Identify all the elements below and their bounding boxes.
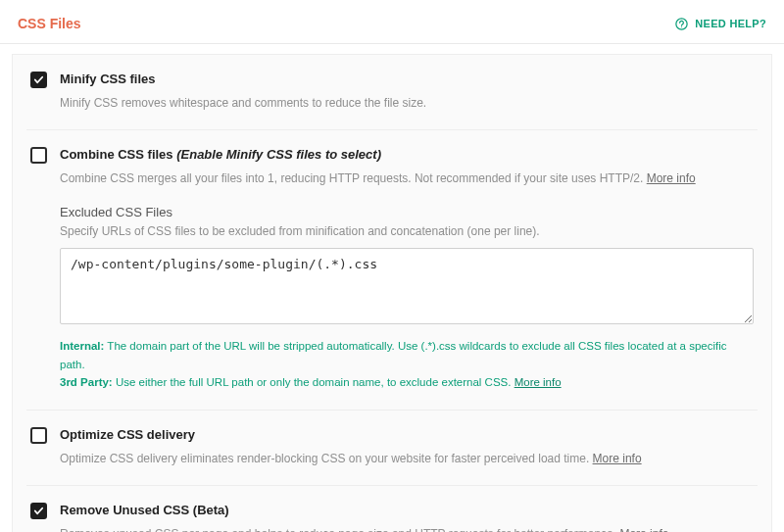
combine-more-info-link[interactable]: More info [647, 171, 696, 185]
note-internal-label: Internal: [60, 340, 104, 352]
excluded-css-label: Excluded CSS Files [60, 205, 754, 219]
option-combine-css: Combine CSS files (Enable Minify CSS fil… [26, 130, 758, 410]
excluded-css-textarea[interactable] [60, 248, 754, 324]
option-optimize-css: Optimize CSS delivery Optimize CSS deliv… [26, 411, 758, 486]
combine-css-label-text: Combine CSS files [60, 147, 176, 162]
check-icon [33, 74, 44, 85]
combine-css-label: Combine CSS files (Enable Minify CSS fil… [60, 146, 754, 164]
combine-css-desc: Combine CSS merges all your files into 1… [60, 169, 754, 187]
option-minify-css: Minify CSS files Minify CSS removes whit… [26, 55, 758, 130]
note-3rd-party-label: 3rd Party: [60, 376, 113, 388]
remove-unused-css-desc-text: Removes unused CSS per page and helps to… [60, 527, 619, 532]
remove-unused-css-desc: Removes unused CSS per page and helps to… [60, 525, 754, 532]
need-help-label: NEED HELP? [695, 18, 766, 29]
section-header: CSS Files NEED HELP? [0, 0, 784, 44]
options-panel: Minify CSS files Minify CSS removes whit… [12, 54, 772, 532]
minify-css-desc: Minify CSS removes whitespace and commen… [60, 94, 754, 112]
excluded-more-info-link[interactable]: More info [514, 376, 562, 388]
svg-point-1 [681, 26, 682, 27]
note-3rd-party-text: Use either the full URL path or only the… [113, 376, 514, 388]
svg-point-0 [676, 18, 687, 28]
checkbox-minify-css[interactable] [30, 72, 47, 88]
need-help-link[interactable]: NEED HELP? [674, 17, 766, 31]
remove-more-info-link[interactable]: More info [619, 527, 668, 532]
excluded-css-notes: Internal: The domain part of the URL wil… [60, 337, 754, 391]
section-title: CSS Files [18, 16, 81, 31]
check-icon [33, 506, 44, 516]
help-icon [674, 17, 689, 31]
checkbox-remove-unused-css[interactable] [30, 503, 47, 519]
checkbox-combine-css[interactable] [30, 147, 47, 164]
checkbox-optimize-css[interactable] [30, 427, 47, 444]
optimize-css-label: Optimize CSS delivery [60, 426, 754, 444]
optimize-more-info-link[interactable]: More info [593, 452, 642, 465]
note-internal-text: The domain part of the URL will be strip… [60, 340, 727, 369]
combine-css-hint: (Enable Minify CSS files to select) [176, 147, 381, 162]
optimize-css-desc-text: Optimize CSS delivery eliminates render-… [60, 452, 593, 465]
combine-css-desc-text: Combine CSS merges all your files into 1… [60, 171, 647, 185]
excluded-css-desc: Specify URLs of CSS files to be excluded… [60, 224, 754, 238]
optimize-css-desc: Optimize CSS delivery eliminates render-… [60, 450, 754, 467]
excluded-css-block: Excluded CSS Files Specify URLs of CSS f… [60, 205, 754, 391]
minify-css-label: Minify CSS files [60, 71, 754, 88]
option-remove-unused-css: Remove Unused CSS (Beta) Removes unused … [26, 486, 758, 532]
remove-unused-css-label: Remove Unused CSS (Beta) [60, 502, 754, 519]
